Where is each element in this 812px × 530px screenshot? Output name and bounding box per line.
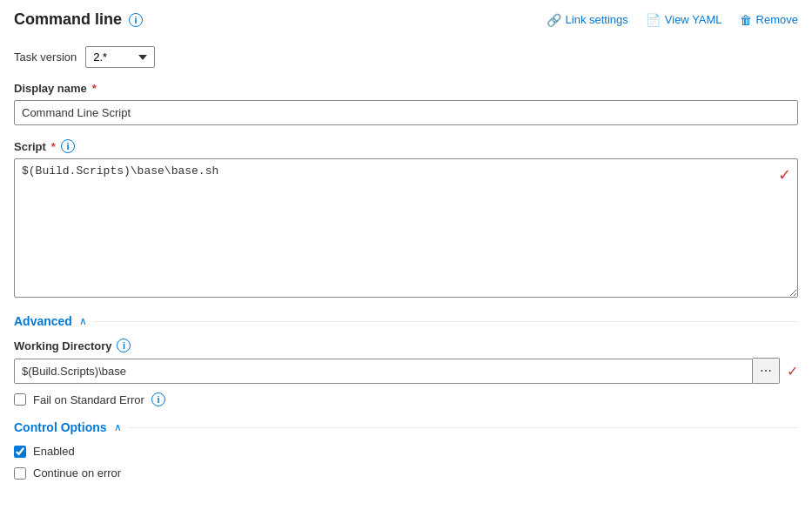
control-options-divider[interactable]: Control Options ∧ [14,420,798,434]
working-directory-section: Working Directory i ⋯ ✓ Fail on Standard… [14,339,798,406]
task-version-row: Task version 2.* 1.* [14,46,798,68]
enabled-label: Enabled [33,445,75,458]
advanced-section-divider[interactable]: Advanced ∧ [14,314,798,328]
fail-on-stderr-checkbox[interactable] [14,393,26,406]
display-name-input[interactable] [14,100,798,125]
title-info-icon[interactable]: i [129,13,143,27]
browse-button[interactable]: ⋯ [753,358,780,384]
yaml-icon: 📄 [646,13,661,27]
link-settings-button[interactable]: 🔗 Link settings [547,13,628,27]
remove-button[interactable]: 🗑 Remove [740,13,798,27]
script-label: Script [14,140,46,153]
working-directory-label: Working Directory [14,339,111,352]
enabled-checkbox[interactable] [14,446,26,458]
advanced-chevron-icon: ∧ [79,315,87,327]
view-yaml-button[interactable]: 📄 View YAML [646,13,722,27]
display-name-label: Display name [14,82,87,95]
working-directory-input[interactable] [14,359,753,384]
view-yaml-label: View YAML [665,13,722,26]
display-name-label-row: Display name * [14,82,798,95]
working-directory-label-row: Working Directory i [14,339,798,352]
continue-on-error-checkbox[interactable] [14,467,26,480]
script-label-row: Script * i [14,139,798,153]
script-textarea[interactable]: $(Build.Scripts)\base\base.sh [14,158,798,298]
continue-on-error-row: Continue on error [14,466,798,480]
remove-label: Remove [756,13,798,26]
script-section: Script * i $(Build.Scripts)\base\base.sh… [14,139,798,300]
working-directory-checkmark-icon: ✓ [787,363,798,379]
trash-icon: 🗑 [740,13,752,27]
fail-on-stderr-label: Fail on Standard Error [33,393,144,406]
task-version-select[interactable]: 2.* 1.* [85,46,155,68]
script-required: * [51,140,56,153]
working-directory-input-wrap: ⋯ [14,358,780,384]
task-version-label: Task version [14,50,77,64]
advanced-divider-line [94,321,798,322]
continue-on-error-label: Continue on error [33,466,121,480]
link-settings-label: Link settings [566,13,628,26]
control-options-chevron-icon: ∧ [114,421,122,433]
link-icon: 🔗 [547,13,561,27]
page-title: Command line [14,10,122,29]
control-options-label: Control Options [14,420,107,434]
advanced-label: Advanced [14,314,72,328]
fail-on-stderr-info-icon[interactable]: i [151,392,165,406]
control-options-divider-line [129,427,798,428]
display-name-required: * [92,82,97,95]
working-directory-row: ⋯ ✓ [14,358,798,384]
script-info-icon[interactable]: i [61,139,75,153]
working-directory-info-icon[interactable]: i [117,339,131,352]
display-name-section: Display name * [14,82,798,125]
script-field-wrap: $(Build.Scripts)\base\base.sh ✓ [14,158,798,300]
fail-on-stderr-row: Fail on Standard Error i [14,392,798,406]
enabled-row: Enabled [14,445,798,458]
script-checkmark-icon: ✓ [778,165,791,184]
